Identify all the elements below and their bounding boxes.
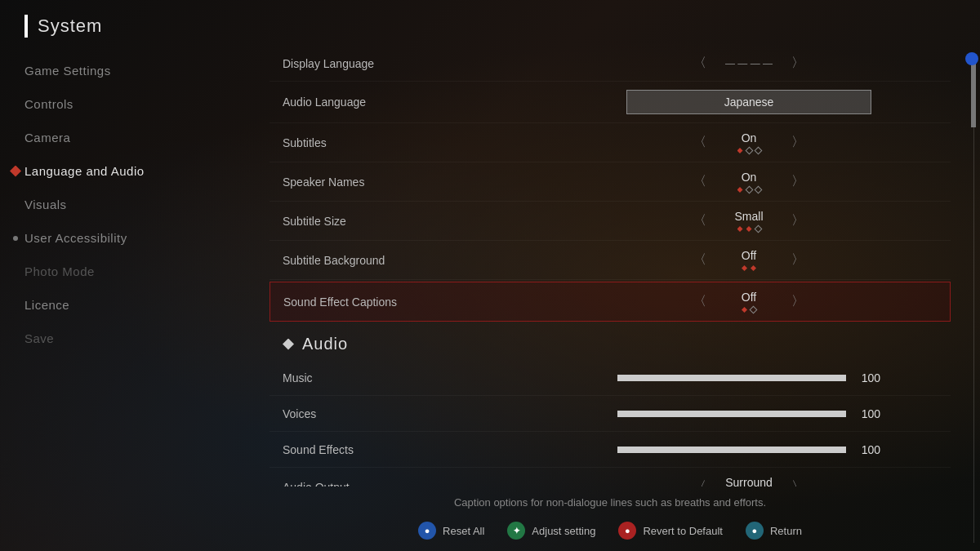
setting-label: Subtitles (283, 136, 560, 149)
setting-subtitle-background[interactable]: Subtitle Background 〈 Off 〉 (270, 241, 951, 280)
setting-control: Japanese (560, 90, 938, 114)
setting-label: Sound Effect Captions (283, 295, 561, 309)
setting-label: Audio Language (283, 96, 560, 109)
voices-volume-fill (617, 411, 846, 417)
setting-sound-effects[interactable]: Sound Effects 100 (270, 432, 951, 468)
chevron-right-icon: 〉 (791, 134, 804, 151)
settings-list: Display Language 〈 — — — — 〉 Audio Langu… (270, 46, 951, 487)
sidebar-item-user-accessibility[interactable]: User Accessibility (0, 221, 261, 255)
bottom-hint: Caption options for non-dialogue lines s… (270, 487, 951, 515)
chevron-left-icon: 〈 (693, 251, 706, 269)
sidebar-item-controls[interactable]: Controls (0, 87, 261, 121)
dots-indicator (737, 187, 761, 193)
sidebar-item-game-settings[interactable]: Game Settings (0, 54, 261, 87)
setting-label: Sound Effects (283, 443, 560, 456)
setting-control: 〈 Off 〉 (561, 291, 937, 313)
setting-subtitles[interactable]: Subtitles 〈 On 〉 (270, 123, 951, 162)
ctrl-adjust-setting[interactable]: ✦ Adjust setting (507, 522, 595, 540)
sidebar-item-save: Save (0, 322, 261, 355)
chevron-right-icon: 〉 (791, 251, 804, 269)
sidebar: Game Settings Controls Camera Language a… (0, 46, 261, 551)
chevron-left-icon: 〈 (693, 478, 706, 487)
chevron-right-icon: 〉 (791, 293, 804, 310)
sound-effects-volume-fill (617, 447, 846, 453)
sound-effects-volume-bar[interactable] (617, 447, 846, 453)
setting-voices[interactable]: Voices 100 (270, 396, 951, 432)
setting-subtitle-size[interactable]: Subtitle Size 〈 Small 〉 (270, 202, 951, 241)
sidebar-item-photo-mode: Photo Mode (0, 255, 261, 288)
setting-sound-captions[interactable]: Sound Effect Captions 〈 Off 〉 (270, 282, 951, 322)
setting-music[interactable]: Music 100 (270, 360, 951, 396)
main-layout: Game Settings Controls Camera Language a… (0, 46, 980, 551)
chevron-right-icon: 〉 (791, 478, 804, 487)
bottom-controls: ● Reset All ✦ Adjust setting ● Revert to… (270, 515, 951, 551)
revert-default-icon: ● (618, 522, 636, 540)
music-volume-fill (617, 375, 846, 381)
ctrl-reset-all[interactable]: ● Reset All (418, 522, 484, 540)
ctrl-revert-default[interactable]: ● Revert to Default (618, 522, 723, 540)
return-icon: ● (746, 522, 764, 540)
chevron-left-icon: 〈 (693, 134, 706, 151)
dots-indicator (737, 226, 761, 232)
setting-control: 〈 Off 〉 (560, 249, 938, 271)
header-bar (24, 15, 28, 38)
dots-indicator (742, 265, 756, 271)
setting-control: 100 (560, 407, 938, 420)
header: System (0, 0, 980, 46)
setting-label: Subtitle Size (283, 215, 560, 228)
section-diamond-icon (283, 339, 294, 350)
audio-section-title: Audio (302, 335, 348, 353)
setting-control: 〈 On 〉 (560, 131, 938, 153)
setting-label: Music (283, 371, 560, 384)
setting-control: 〈 — — — — 〉 (560, 55, 938, 72)
chevron-right-icon: 〉 (791, 212, 804, 229)
chevron-left-icon: 〈 (693, 293, 706, 310)
music-volume-bar[interactable] (617, 375, 846, 381)
setting-label: Display Language (283, 57, 560, 70)
audio-section-header: Audio (270, 323, 951, 360)
setting-control: 〈 On 〉 (560, 171, 938, 193)
reset-all-icon: ● (418, 522, 436, 540)
setting-audio-language[interactable]: Audio Language Japanese (270, 82, 951, 123)
setting-speaker-names[interactable]: Speaker Names 〈 On 〉 (270, 162, 951, 202)
setting-label: Subtitle Background (283, 254, 560, 267)
sidebar-item-language-audio[interactable]: Language and Audio (0, 154, 261, 188)
setting-display-language[interactable]: Display Language 〈 — — — — 〉 (270, 46, 951, 82)
scrollbar-thumb[interactable] (971, 62, 976, 127)
setting-control: 〈 Surround 〉 (560, 476, 938, 487)
content-area: Display Language 〈 — — — — 〉 Audio Langu… (261, 46, 967, 551)
page-title: System (38, 16, 102, 37)
setting-control: 100 (560, 443, 938, 456)
setting-label: Audio Output (283, 481, 560, 487)
dots-indicator (742, 307, 756, 313)
setting-control: 〈 Small 〉 (560, 210, 938, 232)
sidebar-item-camera[interactable]: Camera (0, 121, 261, 154)
chevron-left-icon: 〈 (693, 173, 706, 190)
adjust-setting-icon: ✦ (507, 522, 525, 540)
scroll-top-indicator (965, 52, 978, 65)
setting-label: Speaker Names (283, 176, 560, 189)
chevron-left-icon: 〈 (693, 212, 706, 229)
setting-label: Voices (283, 407, 560, 420)
chevron-right-icon: 〉 (791, 55, 804, 72)
scrollbar-track[interactable] (967, 46, 980, 551)
sidebar-item-visuals[interactable]: Visuals (0, 188, 261, 221)
chevron-left-icon: 〈 (693, 55, 706, 72)
chevron-right-icon: 〉 (791, 173, 804, 190)
ctrl-return[interactable]: ● Return (746, 522, 802, 540)
setting-audio-output[interactable]: Audio Output 〈 Surround 〉 (270, 468, 951, 487)
dots-indicator (737, 148, 761, 153)
audio-language-button[interactable]: Japanese (626, 90, 871, 114)
setting-control: 100 (560, 371, 938, 384)
voices-volume-bar[interactable] (617, 411, 846, 417)
sidebar-item-licence[interactable]: Licence (0, 288, 261, 322)
